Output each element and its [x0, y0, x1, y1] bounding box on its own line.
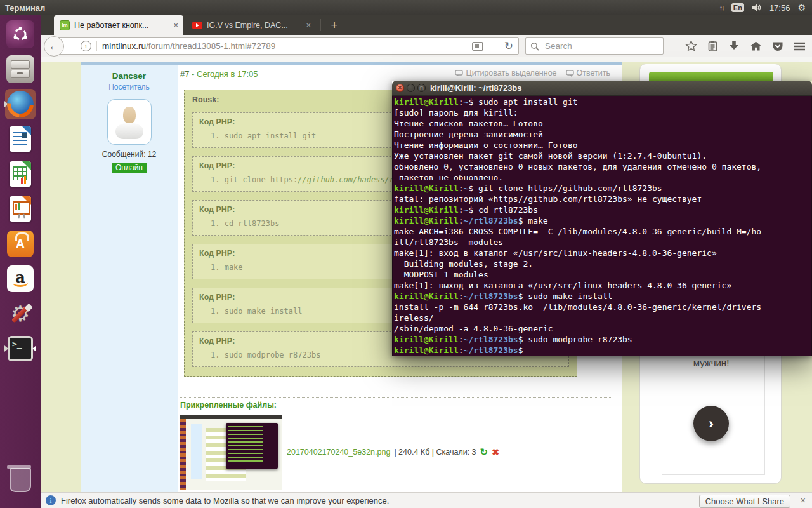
post-date: - Сегодня в 17:05 — [189, 69, 258, 79]
refresh-attachment-icon[interactable]: ↻ — [480, 446, 488, 458]
search-icon — [530, 42, 539, 51]
launcher-item-terminal[interactable]: >_ — [5, 333, 36, 364]
avatar — [107, 99, 152, 145]
quote-selected-link[interactable]: Цитировать выделенное — [455, 69, 556, 77]
attachment-file-meta: | 240.4 Кб | Скачали: 3 — [394, 448, 476, 457]
reader-mode-icon[interactable] — [472, 42, 483, 51]
author-message-count: Сообщений: 12 — [81, 150, 178, 159]
thumb-art-page — [186, 419, 282, 490]
divider — [180, 397, 612, 398]
author-name[interactable]: Dancser — [81, 71, 178, 81]
post-header: #7 - Сегодня в 17:05 — [180, 69, 258, 79]
bookmark-star-icon[interactable] — [685, 40, 697, 52]
terminal-window: × – ▢ kirill@Kirill: ~/rtl8723bs kirill@… — [392, 81, 812, 356]
divider — [494, 41, 494, 51]
amazon-icon: a — [7, 265, 34, 292]
tab-separator — [320, 19, 321, 31]
menu-hamburger-icon[interactable] — [794, 42, 806, 51]
launcher-item-calc[interactable] — [5, 159, 36, 189]
launcher-item-amazon[interactable]: a — [5, 264, 36, 294]
search-input[interactable] — [544, 41, 648, 51]
tab-forum-thread[interactable]: lm Не работает кнопк... × — [54, 15, 183, 35]
terminal-title: kirill@Kirill: ~/rtl8723bs — [430, 81, 522, 95]
info-icon: i — [46, 495, 56, 505]
pocket-icon[interactable] — [772, 41, 783, 51]
volume-icon[interactable] — [752, 3, 762, 12]
ad-next-button[interactable]: › — [693, 406, 729, 441]
attachment-file-link[interactable]: 20170402170240_5e32n.png — [287, 448, 390, 457]
terminal-titlebar[interactable]: × – ▢ kirill@Kirill: ~/rtl8723bs — [392, 81, 812, 96]
launcher-item-writer[interactable] — [5, 124, 36, 154]
window-close-button[interactable]: × — [396, 84, 404, 92]
online-status-badge: Онлайн — [112, 163, 147, 173]
url-domain: mintlinux.ru — [102, 41, 146, 51]
clock[interactable]: 17:56 — [769, 3, 790, 13]
tab-title: IG.V vs Empire, DAC... — [207, 21, 301, 30]
firefox-notification-bar: i Firefox automatically sends some data … — [41, 492, 812, 508]
author-role: Посетитель — [81, 83, 178, 91]
ad-text: мужчин! — [640, 358, 782, 368]
linux-mint-favicon: lm — [60, 20, 70, 30]
choose-what-i-share-button[interactable]: Choose What I Share — [699, 495, 790, 508]
libreoffice-impress-icon — [10, 196, 31, 222]
tab-title: Не работает кнопк... — [74, 21, 168, 30]
tab-close-icon[interactable]: × — [173, 21, 178, 29]
post-number[interactable]: #7 — [180, 69, 189, 79]
tab-youtube-video[interactable]: IG.V vs Empire, DAC... × — [187, 15, 316, 35]
session-gear-icon[interactable]: ⚙ — [797, 3, 806, 12]
launcher-item-settings[interactable]: ⚙ — [5, 298, 36, 329]
youtube-favicon — [192, 22, 202, 29]
attachments-title: Прикрепленные файлы: — [180, 401, 277, 410]
desktop: Терминал ↑↓ En 17:56 ⚙ — [0, 0, 812, 508]
window-minimize-button[interactable]: – — [407, 84, 415, 92]
keyboard-layout-indicator[interactable]: En — [731, 3, 744, 12]
close-icon[interactable]: × — [801, 495, 806, 505]
focused-indicator-arrow — [29, 345, 36, 352]
divider — [96, 41, 97, 51]
search-box[interactable] — [525, 37, 664, 55]
url-bar[interactable]: i mintlinux.ru/forum/thread13085-1.html#… — [56, 37, 519, 55]
page-top-strip — [41, 57, 812, 62]
delete-attachment-icon[interactable]: ✖ — [492, 447, 499, 457]
url-path: /forum/thread13085-1.html#72789 — [146, 41, 275, 51]
system-top-bar: Терминал ↑↓ En 17:56 ⚙ — [0, 0, 812, 15]
focused-app-title: Терминал — [5, 3, 45, 13]
running-indicator-arrow — [4, 345, 11, 352]
tab-bar: lm Не работает кнопк... × IG.V vs Empire… — [41, 15, 812, 35]
keyboard-indicator-icon[interactable]: ↑↓ — [719, 4, 724, 11]
firefox-icon — [7, 91, 34, 117]
site-info-icon[interactable]: i — [81, 41, 91, 51]
files-icon — [6, 55, 34, 83]
ubuntu-software-icon: A — [7, 231, 34, 257]
launcher-item-dash[interactable] — [5, 19, 36, 50]
new-tab-button[interactable]: + — [326, 15, 343, 35]
downloads-icon[interactable] — [728, 41, 740, 51]
launcher-item-software[interactable]: A — [5, 229, 36, 259]
reply-link[interactable]: Ответить — [566, 69, 610, 77]
avatar-body — [115, 123, 143, 139]
url-text[interactable]: mintlinux.ru/forum/thread13085-1.html#72… — [102, 41, 472, 51]
system-settings-icon: ⚙ — [6, 300, 34, 328]
home-icon[interactable] — [750, 41, 762, 51]
back-button[interactable]: ← — [44, 36, 64, 57]
attachment-thumbnail[interactable] — [180, 415, 282, 490]
bookmarks-library-icon[interactable] — [707, 41, 718, 52]
launcher-item-files[interactable] — [5, 54, 36, 84]
launcher-item-firefox[interactable] — [5, 89, 36, 119]
notification-text: Firefox automatically sends some data to… — [61, 496, 389, 505]
post-author-cell: Dancser Посетитель Сообщений: 12 Онлайн — [81, 65, 178, 492]
navigation-toolbar: ← i mintlinux.ru/forum/thread13085-1.htm… — [41, 35, 812, 58]
launcher-item-trash[interactable] — [5, 465, 36, 495]
reload-icon[interactable]: ↻ — [504, 39, 513, 53]
launcher-item-impress[interactable] — [5, 194, 36, 224]
window-maximize-button[interactable]: ▢ — [417, 84, 426, 92]
ubuntu-dash-icon — [6, 20, 34, 48]
avatar-head — [123, 107, 136, 123]
terminal-output[interactable]: kirill@Kirill:~$ sudo apt install git[su… — [392, 96, 812, 356]
chevron-right-icon: › — [709, 415, 714, 432]
libreoffice-writer-icon — [10, 126, 31, 152]
attachment-file-row: 20170402170240_5e32n.png | 240.4 Кб | Ск… — [287, 446, 499, 458]
unity-launcher: A a ⚙ >_ — [0, 15, 41, 508]
thumb-art-terminal — [226, 423, 278, 469]
tab-close-icon[interactable]: × — [306, 21, 311, 29]
